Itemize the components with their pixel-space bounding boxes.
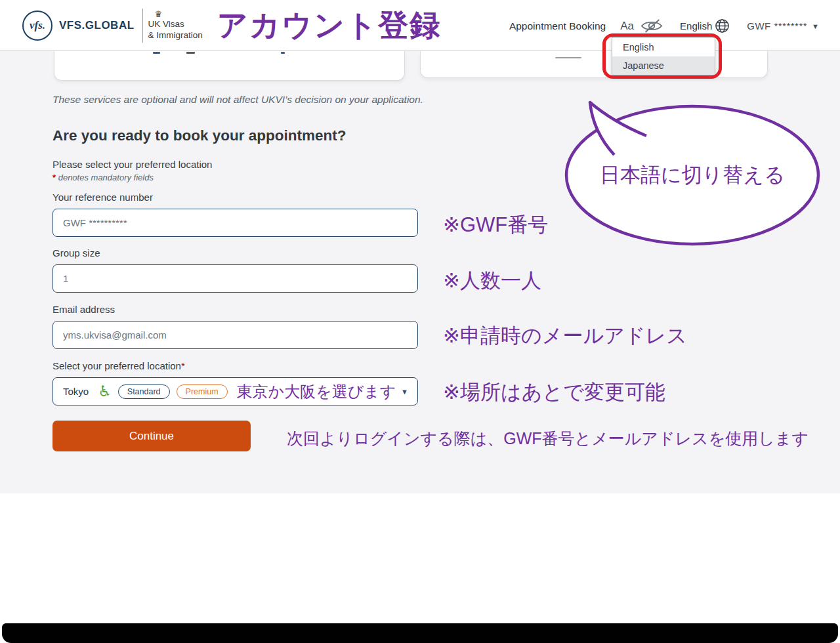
location-inline-annotation: 東京か大阪を選びます <box>237 381 396 402</box>
service-card-left <box>54 51 405 81</box>
reference-annotation: ※GWF番号 <box>443 211 548 239</box>
language-label: English <box>680 20 712 31</box>
mandatory-text: denotes mandatory fields <box>56 173 154 182</box>
clipped-text-fragment <box>555 57 581 58</box>
location-required-asterisk: * <box>181 360 185 371</box>
continue-button[interactable]: Continue <box>52 421 251 451</box>
font-size-toggle[interactable]: Aa <box>620 20 634 33</box>
location-annotation: ※場所はあとで変更可能 <box>443 379 665 406</box>
optional-services-notice: These services are optional and will not… <box>52 94 423 106</box>
clipped-text-fragment <box>153 52 160 54</box>
logo-divider <box>142 9 143 43</box>
group-size-label: Group size <box>52 247 100 259</box>
form-subheading: Please select your preferred location <box>52 159 212 170</box>
location-label-text: Select your preferred location <box>52 360 181 371</box>
page-heading: Are you ready to book your appointment? <box>52 127 346 144</box>
premium-badge: Premium <box>177 384 228 399</box>
ukvi-logo: ♛ UK Visas & Immigration <box>148 10 203 41</box>
crown-icon: ♛ <box>155 10 203 18</box>
continue-annotation: 次回よりログインする際は、GWF番号とメールアドレスを使用します <box>287 428 808 449</box>
eye-slash-icon[interactable] <box>640 18 663 33</box>
location-label: Select your preferred location* <box>52 360 185 371</box>
clipped-text-fragment <box>281 52 285 54</box>
red-highlight-annotation <box>602 33 722 79</box>
group-size-input[interactable] <box>52 264 418 293</box>
group-size-annotation: ※人数一人 <box>443 267 541 295</box>
reference-number-label: Your reference number <box>52 192 153 203</box>
page: vfs. VFS.GLOBAL ♛ UK Visas & Immigration… <box>0 0 840 643</box>
language-switcher[interactable]: English <box>680 18 730 33</box>
nav-appointment-booking[interactable]: Appointment Booking <box>509 20 606 32</box>
ukvi-line2: & Immigration <box>148 30 203 40</box>
clipped-text-fragment <box>186 52 195 54</box>
wheelchair-icon: ♿ <box>98 384 112 399</box>
bottom-bar <box>2 623 838 643</box>
ukvi-line1: UK Visas <box>148 19 184 29</box>
globe-icon <box>715 18 730 33</box>
select-caret-icon: ▼ <box>401 388 408 396</box>
email-annotation: ※申請時のメールアドレス <box>443 322 687 350</box>
reference-number-input[interactable] <box>52 209 418 237</box>
email-label: Email address <box>52 304 115 315</box>
email-input[interactable] <box>52 321 418 349</box>
vfs-logo-text: vfs. <box>30 19 45 32</box>
vfs-logo: vfs. <box>22 10 52 41</box>
brand-name: VFS.GLOBAL <box>59 19 135 32</box>
account-caret-icon[interactable]: ▼ <box>812 22 819 30</box>
standard-badge: Standard <box>118 384 170 399</box>
page-title-annotation: アカウント登録 <box>217 5 441 46</box>
location-value: Tokyo <box>63 386 89 397</box>
account-menu[interactable]: GWF ******** <box>747 20 807 31</box>
mandatory-fields-note: * denotes mandatory fields <box>52 173 154 182</box>
location-select[interactable]: Tokyo ♿ Standard Premium 東京か大阪を選びます ▼ <box>52 377 418 405</box>
header-nav: Appointment Booking Aa English <box>509 18 819 33</box>
speech-bubble-text: 日本語に切り替える <box>578 161 807 189</box>
